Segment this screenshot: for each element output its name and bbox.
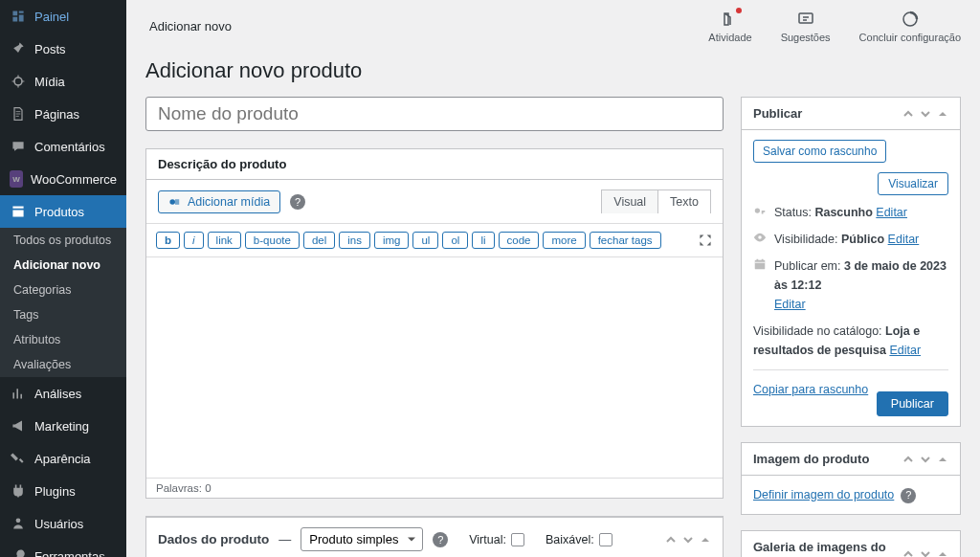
sidebar-sub-add-new[interactable]: Adicionar novo	[0, 253, 126, 278]
qtag-del[interactable]: del	[303, 232, 335, 249]
qtag-close[interactable]: fechar tags	[590, 232, 661, 249]
qtag-link[interactable]: link	[208, 232, 241, 249]
qtag-i[interactable]: i	[184, 232, 204, 249]
sidebar-item-tools[interactable]: Ferramentas	[0, 540, 126, 557]
setup-icon	[901, 10, 920, 29]
topbar-icons: Atividade Sugestões Concluir configuraçã…	[708, 10, 961, 43]
dashboard-icon	[10, 8, 27, 25]
tools-icon	[10, 547, 27, 557]
pin-icon	[10, 40, 27, 57]
qtag-bquote[interactable]: b-quote	[245, 232, 300, 249]
downloadable-checkbox[interactable]	[599, 533, 612, 546]
topbar-finish-setup[interactable]: Concluir configuração	[859, 10, 961, 43]
help-icon[interactable]: ?	[290, 194, 305, 210]
image-box-body: Definir imagem do produto ?	[742, 476, 960, 514]
description-panel: Descrição do produto Adicionar mídia ? V…	[145, 148, 724, 499]
sidebar-sub-tags[interactable]: Tags	[0, 302, 126, 327]
sidebar-item-plugins[interactable]: Plugins	[0, 475, 126, 507]
sidebar-item-comments[interactable]: Comentários	[0, 130, 126, 163]
chevron-up-icon[interactable]	[902, 548, 914, 557]
sidebar-item-posts[interactable]: Posts	[0, 33, 126, 65]
sidebar-item-pages[interactable]: Páginas	[0, 98, 126, 130]
sidebar-sub-categories[interactable]: Categorias	[0, 278, 126, 302]
sidebar-item-analytics[interactable]: Análises	[0, 377, 126, 410]
topbar-activity[interactable]: Atividade	[708, 10, 751, 43]
downloadable-option: Baixável:	[546, 533, 612, 546]
appearance-icon	[10, 450, 27, 467]
copy-to-draft-link[interactable]: Copiar para rascunho	[753, 383, 868, 396]
notification-dot	[736, 8, 742, 13]
qtag-more[interactable]: more	[543, 232, 585, 249]
publish-date-row: Publicar em: 3 de maio de 2023 às 12:12E…	[753, 256, 948, 314]
help-icon[interactable]: ?	[433, 532, 448, 547]
edit-catalog-link[interactable]: Editar	[889, 344, 921, 357]
caret-up-icon[interactable]	[700, 534, 711, 546]
calendar-icon	[753, 257, 768, 272]
sidebar-item-marketing[interactable]: Marketing	[0, 410, 126, 442]
qtag-b[interactable]: b	[156, 232, 180, 249]
panel-header: Descrição do produto	[146, 149, 723, 180]
edit-visibility-link[interactable]: Editar	[888, 233, 920, 246]
chevron-up-icon[interactable]	[902, 454, 914, 465]
set-product-image-link[interactable]: Definir imagem do produto	[753, 488, 894, 501]
edit-status-link[interactable]: Editar	[876, 206, 907, 219]
tab-visual[interactable]: Visual	[601, 189, 658, 213]
chevron-up-icon[interactable]	[902, 108, 914, 120]
side-column: Publicar Salvar como rascunho Visualizar	[741, 97, 961, 557]
sidebar-sub-attributes[interactable]: Atributos	[0, 327, 126, 352]
qtag-ul[interactable]: ul	[412, 232, 438, 249]
qtag-code[interactable]: code	[499, 232, 540, 249]
pages-icon	[10, 105, 27, 123]
sidebar-sub-reviews[interactable]: Avaliações	[0, 352, 126, 377]
chevron-down-icon[interactable]	[920, 454, 931, 465]
sidebar-item-appearance[interactable]: Aparência	[0, 442, 126, 475]
virtual-checkbox[interactable]	[511, 533, 524, 546]
topbar-label: Concluir configuração	[859, 32, 961, 43]
qtag-ins[interactable]: ins	[339, 232, 370, 249]
panel-controls	[665, 534, 711, 546]
fullscreen-icon[interactable]	[698, 233, 713, 248]
comment-icon	[10, 138, 27, 155]
sidebar-item-products[interactable]: Produtos	[0, 195, 126, 228]
chevron-down-icon[interactable]	[682, 534, 694, 546]
product-title-input[interactable]	[145, 97, 724, 131]
chevron-down-icon[interactable]	[920, 548, 931, 557]
add-media-button[interactable]: Adicionar mídia	[158, 190, 280, 213]
caret-up-icon[interactable]	[937, 454, 948, 465]
sidebar-item-woocommerce[interactable]: WWooCommerce	[0, 163, 126, 195]
visibility-row: Visibilidade: Público Editar	[753, 230, 948, 249]
sidebar-label: Posts	[34, 42, 66, 56]
caret-up-icon[interactable]	[937, 108, 948, 120]
media-icon	[10, 73, 27, 90]
main-column: Descrição do produto Adicionar mídia ? V…	[145, 97, 724, 557]
catalog-visibility-row: Visibilidade no catálogo: Loja e resulta…	[753, 322, 948, 360]
publish-header: Publicar	[742, 98, 960, 130]
admin-sidebar: Painel Posts Mídia Páginas Comentários W…	[0, 0, 126, 557]
sidebar-sub-all-products[interactable]: Todos os produtos	[0, 228, 126, 253]
chevron-down-icon[interactable]	[920, 108, 931, 120]
editor-textarea[interactable]	[146, 257, 723, 478]
media-toolbar: Adicionar mídia ? Visual Texto	[146, 180, 723, 224]
caret-up-icon[interactable]	[937, 548, 948, 557]
chevron-up-icon[interactable]	[665, 534, 677, 546]
tab-text[interactable]: Texto	[657, 189, 711, 213]
svg-rect-7	[755, 260, 766, 270]
page-title: Adicionar novo produto	[145, 58, 961, 83]
preview-button[interactable]: Visualizar	[878, 172, 948, 195]
publish-button[interactable]: Publicar	[877, 391, 948, 416]
product-image-box: Imagem do produto Definir imagem do prod…	[741, 442, 961, 515]
editor-tabs: Visual Texto	[602, 189, 711, 213]
help-icon[interactable]: ?	[901, 488, 916, 503]
sidebar-label: Produtos	[34, 205, 84, 219]
sidebar-item-dashboard[interactable]: Painel	[0, 0, 126, 33]
product-gallery-box: Galeria de imagens do produto Adicionar …	[741, 530, 961, 557]
product-type-select[interactable]: Produto simples	[301, 527, 423, 551]
qtag-li[interactable]: li	[472, 232, 494, 249]
sidebar-item-media[interactable]: Mídia	[0, 65, 126, 98]
sidebar-item-users[interactable]: Usuários	[0, 507, 126, 540]
qtag-ol[interactable]: ol	[442, 232, 468, 249]
qtag-img[interactable]: img	[374, 232, 410, 249]
edit-date-link[interactable]: Editar	[774, 298, 806, 311]
save-draft-button[interactable]: Salvar como rascunho	[753, 140, 886, 163]
topbar-suggestions[interactable]: Sugestões	[781, 10, 831, 43]
